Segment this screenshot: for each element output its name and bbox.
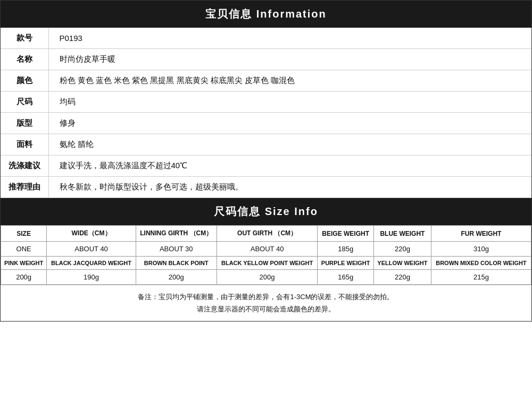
size-cell: ONE (1, 242, 47, 257)
main-container: 宝贝信息 Information 款号P0193名称时尚仿皮草手暖颜色粉色 黄色… (0, 0, 532, 322)
size-col-header-2: BROWN MIXED COLOR WEIGHT (431, 257, 531, 270)
size-header-row-1: SIZEWIDE（cm）LINNING GIRTH （cm）OUT GIRTH … (1, 226, 531, 242)
info-row: 洗涤建议建议手洗，最高洗涤温度不超过40℃ (1, 155, 531, 177)
size-header-row-2: PINK WEIGHTBLACK JACQUARD WEIGHTBROWN BL… (1, 257, 531, 270)
size-col-header-2: YELLOW WEIGHT (373, 257, 431, 270)
size-col-header-2: BLACK JACQUARD WEIGHT (47, 257, 136, 270)
size-cell: ABOUT 40 (47, 242, 136, 257)
info-row-value: 建议手洗，最高洗涤温度不超过40℃ (48, 155, 531, 177)
size-cell: 190g (47, 270, 136, 285)
size-cell: 165g (318, 270, 373, 285)
size-cell: ABOUT 30 (136, 242, 217, 257)
info-row: 面料氨纶 腈纶 (1, 134, 531, 155)
size-cell: 185g (318, 242, 373, 257)
info-row: 颜色粉色 黄色 蓝色 米色 紫色 黑提黑 黑底黄尖 棕底黑尖 皮草色 咖混色 (1, 70, 531, 92)
size-data-row-2: 200g190g200g200g165g220g215g (1, 270, 531, 285)
info-row-value: 时尚仿皮草手暖 (48, 49, 531, 70)
note-line2: 请注意显示器的不同可能会造成颜色的差异。 (6, 303, 526, 315)
size-col-header-2: PURPLE WEIGHT (318, 257, 373, 270)
info-row: 版型修身 (1, 113, 531, 134)
size-col-header: BLUE WEIGHT (373, 226, 431, 242)
size-cell: 220g (373, 242, 431, 257)
info-header: 宝贝信息 Information (1, 1, 531, 28)
info-row-value: 修身 (48, 113, 531, 134)
size-col-header-2: BLACK YELLOW POINT WEIGHT (217, 257, 318, 270)
info-row-label: 推荐理由 (1, 177, 48, 198)
size-cell: ABOUT 40 (217, 242, 318, 257)
size-col-header: FUR WEIGHT (431, 226, 531, 242)
info-row-label: 尺码 (1, 92, 48, 113)
note-line1: 备注：宝贝均为平铺测量，由于测量的差异，会有1-3CM的误差，不能接受的勿拍。 (6, 291, 526, 303)
size-table: SIZEWIDE（cm）LINNING GIRTH （cm）OUT GIRTH … (1, 225, 531, 285)
info-row: 尺码均码 (1, 92, 531, 113)
size-cell: 200g (136, 270, 217, 285)
size-col-header-2: PINK WEIGHT (1, 257, 47, 270)
size-col-header: LINNING GIRTH （cm） (136, 226, 217, 242)
size-col-header: OUT GIRTH （cm） (217, 226, 318, 242)
info-row-value: 秋冬新款，时尚版型设计，多色可选，超级美丽哦。 (48, 177, 531, 198)
note-section: 备注：宝贝均为平铺测量，由于测量的差异，会有1-3CM的误差，不能接受的勿拍。 … (1, 285, 531, 321)
info-row: 推荐理由秋冬新款，时尚版型设计，多色可选，超级美丽哦。 (1, 177, 531, 198)
info-row-label: 版型 (1, 113, 48, 134)
info-row-value: P0193 (48, 28, 531, 49)
size-cell: 310g (431, 242, 531, 257)
info-row-label: 洗涤建议 (1, 155, 48, 177)
info-row-label: 面料 (1, 134, 48, 155)
info-row-value: 均码 (48, 92, 531, 113)
size-header: 尺码信息 Size Info (1, 198, 531, 225)
size-cell: 220g (373, 270, 431, 285)
info-row-label: 款号 (1, 28, 48, 49)
size-cell: 200g (217, 270, 318, 285)
info-row-value: 氨纶 腈纶 (48, 134, 531, 155)
size-col-header-2: BROWN BLACK POINT (136, 257, 217, 270)
info-row: 款号P0193 (1, 28, 531, 49)
size-col-header: BEIGE WEIGHT (318, 226, 373, 242)
info-table: 款号P0193名称时尚仿皮草手暖颜色粉色 黄色 蓝色 米色 紫色 黑提黑 黑底黄… (1, 28, 531, 198)
size-cell: 200g (1, 270, 47, 285)
info-row: 名称时尚仿皮草手暖 (1, 49, 531, 70)
size-col-header: WIDE（cm） (47, 226, 136, 242)
info-row-value: 粉色 黄色 蓝色 米色 紫色 黑提黑 黑底黄尖 棕底黑尖 皮草色 咖混色 (48, 70, 531, 92)
info-row-label: 名称 (1, 49, 48, 70)
size-cell: 215g (431, 270, 531, 285)
info-row-label: 颜色 (1, 70, 48, 92)
size-data-row-1: ONEABOUT 40ABOUT 30ABOUT 40185g220g310g (1, 242, 531, 257)
size-col-header: SIZE (1, 226, 47, 242)
